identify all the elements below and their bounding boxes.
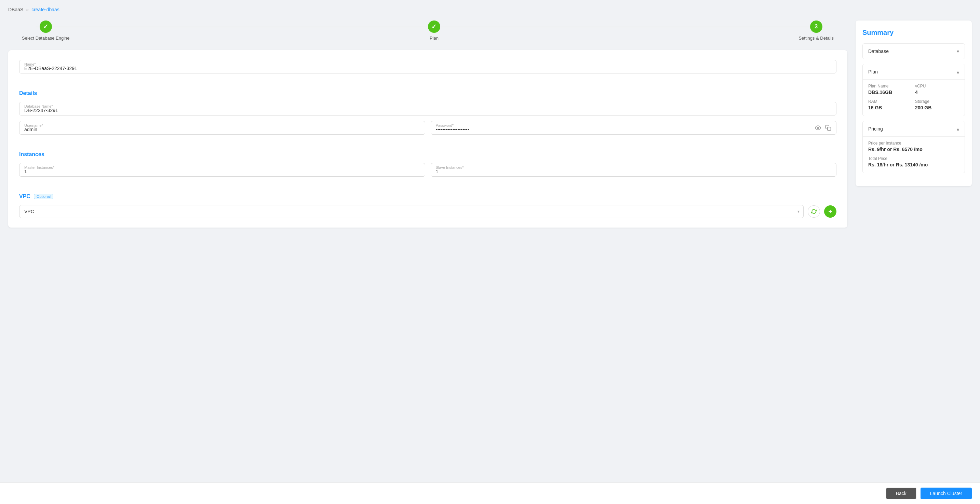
database-chevron-down-icon: ▾	[957, 49, 959, 54]
storage-item: Storage 200 GB	[915, 99, 959, 110]
username-label: Username*	[24, 123, 43, 127]
master-instances-field[interactable]: Master Instances*	[19, 163, 425, 176]
vpc-section: VPC Optional VPC ▾	[19, 193, 837, 218]
svg-rect-1	[827, 127, 831, 130]
storage-label: Storage	[915, 99, 959, 104]
details-section: Details Database Name* Username*	[19, 90, 837, 135]
back-button[interactable]: Back	[886, 488, 916, 499]
name-label: Name*	[24, 62, 36, 66]
db-name-input[interactable]	[24, 106, 831, 113]
vcpu-value: 4	[915, 89, 959, 95]
step-2: ✓ Plan	[428, 21, 440, 41]
plan-name-item: Plan Name DBS.16GB	[868, 84, 912, 95]
breadcrumb: DBaaS » create-dbaas	[8, 7, 972, 12]
step-1-symbol: ✓	[43, 23, 48, 30]
vpc-add-button[interactable]	[824, 205, 837, 218]
db-name-field[interactable]: Database Name*	[19, 102, 837, 116]
name-field[interactable]: Name*	[19, 60, 837, 73]
vpc-select-wrapper: VPC ▾	[19, 205, 803, 218]
form-card: Name* Details Database Name*	[8, 50, 847, 227]
step-3: 3 Settings & Details	[799, 21, 834, 41]
password-field[interactable]: Password*	[431, 121, 837, 135]
summary-database-section: Database ▾	[862, 43, 965, 59]
breadcrumb-parent[interactable]: DBaaS	[8, 7, 23, 12]
pricing-chevron-up-icon: ▴	[957, 126, 959, 132]
ram-label: RAM	[868, 99, 912, 104]
vcpu-label: vCPU	[915, 84, 959, 89]
ram-value: 16 GB	[868, 105, 912, 110]
footer-bar: Back Launch Cluster	[0, 482, 980, 504]
vpc-refresh-button[interactable]	[808, 205, 820, 218]
master-instances-label: Master Instances*	[24, 165, 54, 170]
breadcrumb-current[interactable]: create-dbaas	[32, 7, 59, 12]
name-input[interactable]	[24, 64, 831, 71]
name-field-group: Name*	[19, 60, 837, 73]
ram-item: RAM 16 GB	[868, 99, 912, 110]
details-title: Details	[19, 90, 837, 96]
summary-panel: Summary Database ▾ Plan ▴	[856, 21, 972, 477]
vpc-optional-badge: Optional	[34, 194, 53, 199]
summary-plan-body: Plan Name DBS.16GB vCPU 4 RAM 16 GB	[863, 79, 965, 116]
summary-plan-label: Plan	[868, 69, 878, 75]
total-price-value: Rs. 18/hr or Rs. 13140 /mo	[868, 162, 959, 167]
summary-plan-header[interactable]: Plan ▴	[863, 64, 965, 79]
step-1: ✓ Select Database Engine	[22, 21, 69, 41]
slave-instances-input[interactable]	[436, 167, 832, 174]
step-2-label: Plan	[430, 35, 439, 41]
slave-instances-label: Slave Instances*	[436, 165, 464, 170]
plan-name-label: Plan Name	[868, 84, 912, 89]
copy-password-button[interactable]	[824, 124, 832, 132]
password-label: Password*	[436, 123, 454, 127]
slave-instances-field[interactable]: Slave Instances*	[431, 163, 837, 176]
storage-value: 200 GB	[915, 105, 959, 110]
show-password-button[interactable]	[814, 124, 822, 132]
step-1-label: Select Database Engine	[22, 35, 69, 41]
db-name-label: Database Name*	[24, 104, 53, 108]
username-input[interactable]	[24, 125, 420, 132]
summary-plan-section: Plan ▴ Plan Name DBS.16GB vCPU 4	[862, 64, 965, 116]
step-1-circle: ✓	[40, 21, 52, 33]
summary-pricing-header[interactable]: Pricing ▴	[863, 121, 965, 136]
master-instances-input[interactable]	[24, 167, 420, 174]
summary-pricing-label: Pricing	[868, 126, 883, 132]
breadcrumb-separator: »	[26, 7, 29, 12]
total-price-label: Total Price	[868, 156, 959, 161]
instances-section: Instances Master Instances* Slave Instan…	[19, 151, 837, 176]
password-input[interactable]	[436, 125, 832, 132]
svg-point-0	[817, 127, 819, 129]
summary-database-header[interactable]: Database ▾	[863, 44, 965, 59]
launch-cluster-button[interactable]: Launch Cluster	[921, 488, 972, 499]
summary-pricing-section: Pricing ▴ Price per Instance Rs. 9/hr or…	[862, 121, 965, 173]
price-per-instance-value: Rs. 9/hr or Rs. 6570 /mo	[868, 146, 959, 152]
vpc-select[interactable]: VPC	[19, 205, 803, 218]
price-per-instance-label: Price per Instance	[868, 141, 959, 146]
step-3-symbol: 3	[815, 24, 818, 30]
summary-title: Summary	[862, 29, 965, 37]
instances-title: Instances	[19, 151, 837, 157]
step-3-label: Settings & Details	[799, 35, 834, 41]
vpc-title: VPC	[19, 193, 30, 200]
vcpu-item: vCPU 4	[915, 84, 959, 95]
plan-name-value: DBS.16GB	[868, 89, 912, 95]
step-2-circle: ✓	[428, 21, 440, 33]
step-2-symbol: ✓	[431, 23, 436, 30]
summary-pricing-body: Price per Instance Rs. 9/hr or Rs. 6570 …	[863, 136, 965, 173]
plan-chevron-up-icon: ▴	[957, 69, 959, 75]
username-field[interactable]: Username*	[19, 121, 425, 135]
summary-database-label: Database	[868, 49, 889, 54]
stepper: ✓ Select Database Engine ✓ Plan 3 Settin…	[8, 21, 847, 41]
step-3-circle: 3	[810, 21, 822, 33]
